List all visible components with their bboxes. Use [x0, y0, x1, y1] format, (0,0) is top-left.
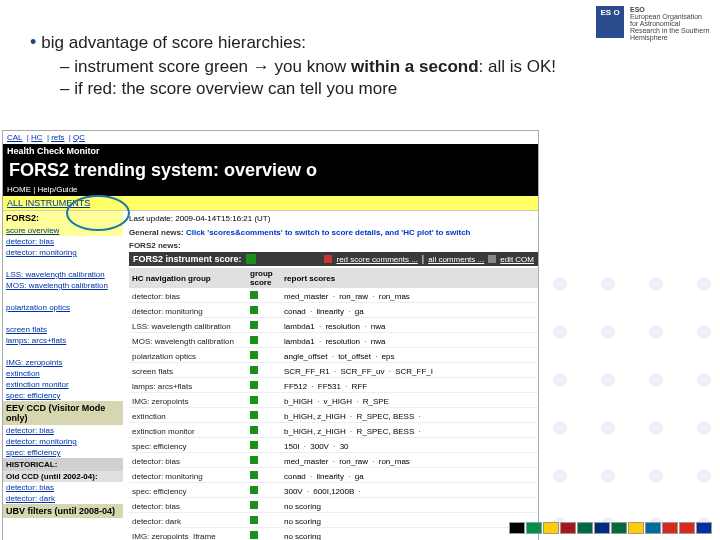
- sidebar-item[interactable]: extinction monitor: [6, 380, 69, 389]
- sidebar-item[interactable]: lamps: arcs+flats: [6, 336, 66, 345]
- edit-icon: [488, 255, 496, 263]
- link-refs[interactable]: refs: [51, 133, 64, 142]
- sidebar-item[interactable]: detector: monitoring: [6, 248, 77, 257]
- table-row: spec: efficiency150I · 300V · 30: [129, 440, 538, 453]
- link-all-comments[interactable]: all comments ...: [428, 255, 484, 264]
- sidebar-score-overview[interactable]: score overview: [6, 226, 59, 235]
- link-red-comments[interactable]: red score comments ...: [336, 255, 417, 264]
- sidebar-item[interactable]: spec: efficiency: [6, 391, 61, 400]
- bullet-l2a: instrument score green → you know within…: [60, 57, 556, 77]
- table-row: detector: darkno scoring: [129, 515, 538, 528]
- bullet-l1: big advantage of score hierarchies:: [30, 32, 556, 53]
- sidebar-item[interactable]: extinction: [6, 369, 40, 378]
- table-row: detector: monitoringconad · linearity · …: [129, 470, 538, 483]
- sidebar: FORS2: score overview detector: biasdete…: [3, 211, 123, 540]
- table-row: extinction monitorb_HIGH, z_HIGH · R_SPE…: [129, 425, 538, 438]
- bullet-l2b: if red: the score overview can tell you …: [60, 79, 556, 99]
- sidebar-item[interactable]: LSS: wavelength calibration: [6, 270, 105, 279]
- screenshot-panel: CAL | HC | refs | QC Health Check Monito…: [2, 130, 539, 540]
- sidebar-fors2-header: FORS2:: [3, 211, 123, 225]
- top-breadcrumb: CAL | HC | refs | QC: [3, 131, 538, 144]
- link-edit-com[interactable]: edit COM: [500, 255, 534, 264]
- table-row: LSS: wavelength calibrationlambda1 · res…: [129, 320, 538, 333]
- table-row: MOS: wavelength calibrationlambda1 · res…: [129, 335, 538, 348]
- link-hc[interactable]: HC: [31, 133, 43, 142]
- score-green-icon: [246, 254, 256, 264]
- link-qc[interactable]: QC: [73, 133, 85, 142]
- table-row: spec: efficiency300V · 600I,1200B ·: [129, 485, 538, 498]
- table-row: IMG: zeropoints_Iframeno scoring: [129, 530, 538, 540]
- logo-badge: ES O: [596, 6, 624, 38]
- general-news: General news: Click 'scores&comments' to…: [129, 226, 538, 239]
- sidebar-item[interactable]: IMG: zeropoints: [6, 358, 62, 367]
- arrow-icon: →: [253, 57, 270, 76]
- sidebar-item[interactable]: polarization optics: [6, 303, 70, 312]
- score-red-icon: [324, 255, 332, 263]
- sidebar-item[interactable]: detector: monitoring: [6, 437, 77, 446]
- sidebar-historical: HISTORICAL:: [3, 458, 123, 471]
- table-header: HC navigation group group score report s…: [129, 268, 538, 288]
- link-all-instruments[interactable]: ALL INSTRUMENTS: [7, 198, 90, 208]
- table-row: lamps: arcs+flatsFF512 · FF531 · RFF: [129, 380, 538, 393]
- bullet-list: big advantage of score hierarchies: inst…: [30, 32, 556, 101]
- link-cal[interactable]: CAL: [7, 133, 23, 142]
- home-links[interactable]: HOME | Help/Guide: [3, 183, 538, 196]
- sidebar-ubv: UBV filters (until 2008-04): [3, 504, 123, 518]
- eso-logo: ES O ESO European Organisation for Astro…: [596, 6, 710, 41]
- fors2-news: FORS2 news:: [129, 239, 538, 252]
- table-row: detector: biasno scoring: [129, 500, 538, 513]
- table-row: extinctionb_HIGH, z_HIGH · R_SPEC, BESS …: [129, 410, 538, 423]
- sidebar-item[interactable]: screen flats: [6, 325, 47, 334]
- sidebar-item[interactable]: detector: dark: [6, 494, 55, 503]
- sidebar-item[interactable]: detector: bias: [6, 483, 54, 492]
- last-update: Last update: 2009-04-14T15:16:21 (UT): [129, 211, 538, 226]
- table-row: IMG: zeropointsb_HIGH · v_HIGH · R_SPE: [129, 395, 538, 408]
- table-row: polarization opticsangle_offset · tot_of…: [129, 350, 538, 363]
- sidebar-item[interactable]: spec: efficiency: [6, 448, 61, 457]
- table-row: detector: biasmed_master · ron_raw · ron…: [129, 290, 538, 303]
- sidebar-item[interactable]: detector: bias: [6, 237, 54, 246]
- table-row: detector: biasmed_master · ron_raw · ron…: [129, 455, 538, 468]
- sidebar-oldccd: Old CCD (until 2002-04):: [3, 471, 123, 482]
- instrument-score-bar: FORS2 instrument score: red score commen…: [129, 252, 538, 266]
- flag-strip: [508, 522, 712, 536]
- table-row: screen flatsSCR_FF_R1 · SCR_FF_uv · SCR_…: [129, 365, 538, 378]
- sidebar-item[interactable]: MOS: wavelength calibration: [6, 281, 108, 290]
- table-row: detector: monitoringconad · linearity · …: [129, 305, 538, 318]
- hc-title: Health Check Monitor: [7, 146, 100, 156]
- sidebar-item[interactable]: detector: bias: [6, 426, 54, 435]
- page-title: FORS2 trending system: overview o: [3, 158, 538, 183]
- sidebar-eev-header: EEV CCD (Visitor Mode only): [3, 401, 123, 425]
